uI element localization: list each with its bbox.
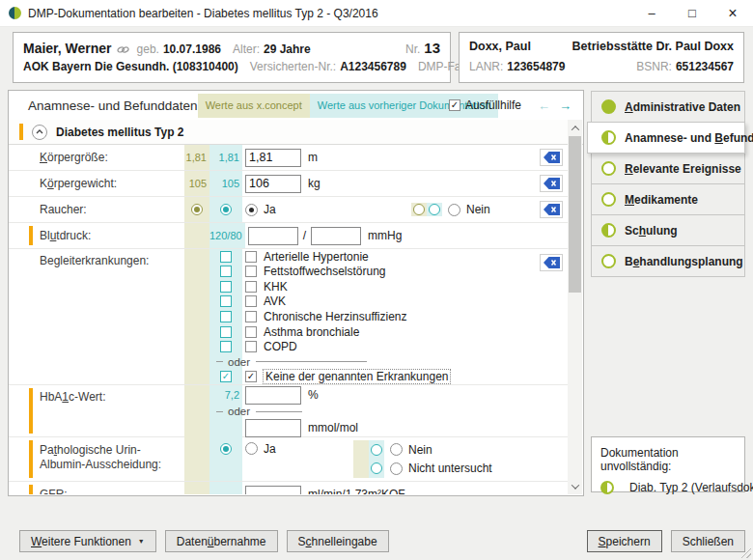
form-rows: Körpergröße: 1,81 1,81 m Körpergewicht: … bbox=[9, 145, 569, 494]
xconcept-radio-nein[interactable] bbox=[413, 204, 425, 215]
link-icon[interactable] bbox=[117, 43, 129, 57]
window-controls: – □ × bbox=[631, 0, 753, 26]
quick-entry-button[interactable]: Schnelleingabe bbox=[287, 530, 389, 552]
comorbidity-checkbox[interactable] bbox=[245, 326, 257, 338]
minimize-icon[interactable]: – bbox=[631, 0, 672, 26]
koerpergroesse-input[interactable] bbox=[245, 149, 301, 167]
nav-back-icon[interactable]: ← bbox=[538, 98, 550, 113]
lanr-value: 123654879 bbox=[507, 60, 565, 73]
comorbidity-checkbox[interactable] bbox=[245, 251, 257, 263]
none-checkbox-checked[interactable]: ✓ bbox=[245, 371, 257, 382]
comorbidity-checkbox[interactable] bbox=[245, 281, 257, 293]
insurer: AOK Bayern Die Gesundh. (108310400) bbox=[23, 60, 238, 73]
xconcept-value[interactable]: 1,81 bbox=[184, 145, 209, 170]
chevron-down-icon: ▼ bbox=[138, 538, 145, 545]
section-title: Diabetes mellitus Typ 2 bbox=[56, 126, 184, 139]
title-bar: DMP-Dokumentation bearbeiten - Diabetes … bbox=[0, 0, 753, 27]
field-label: HbA1c-Wert: bbox=[40, 391, 105, 404]
gfr-input[interactable] bbox=[245, 486, 301, 495]
koerpergewicht-input[interactable] bbox=[245, 175, 301, 193]
sidebar-item-medikamente[interactable]: Medikamente bbox=[591, 183, 745, 215]
close-button[interactable]: Schließen bbox=[671, 530, 745, 552]
sidebar-item-schulung[interactable]: Schulung bbox=[591, 214, 745, 246]
blutdruck-systolic-input[interactable] bbox=[248, 227, 298, 245]
raucher-ja-radio[interactable] bbox=[245, 204, 258, 216]
previous-value[interactable]: 120/80 bbox=[209, 223, 245, 248]
sidebar-item-behandlungsplanung[interactable]: Behandlungsplanung bbox=[591, 245, 745, 277]
clear-field-button[interactable] bbox=[540, 175, 563, 192]
nav-forward-icon[interactable]: → bbox=[559, 98, 572, 113]
previous-checkbox[interactable] bbox=[220, 311, 232, 322]
comorbidity-checkbox[interactable] bbox=[245, 341, 257, 352]
status-open-icon bbox=[601, 161, 616, 176]
previous-radio-nein[interactable] bbox=[429, 204, 440, 215]
urin-albumin-nicht-untersucht-radio[interactable] bbox=[390, 462, 403, 475]
raucher-nein-radio[interactable] bbox=[448, 204, 460, 216]
status-complete-icon bbox=[601, 99, 616, 114]
previous-radio-nicht-untersucht[interactable] bbox=[371, 462, 382, 474]
row-koerpergroesse: Körpergröße: 1,81 1,81 m bbox=[9, 145, 569, 171]
panel-header: Anamnese- und Befunddaten Werte aus x.co… bbox=[9, 91, 583, 120]
field-label: Pathologische Urin-Albumin-Ausscheidung: bbox=[40, 443, 184, 472]
scroll-up-icon[interactable] bbox=[568, 121, 582, 135]
previous-checkbox[interactable] bbox=[220, 281, 232, 293]
data-transfer-button[interactable]: Datenübernahme bbox=[165, 530, 278, 552]
previous-checkbox[interactable] bbox=[220, 341, 232, 352]
urin-albumin-ja-radio[interactable] bbox=[245, 442, 258, 455]
clear-field-button[interactable] bbox=[540, 254, 563, 271]
previous-checkbox[interactable] bbox=[220, 251, 232, 263]
xconcept-value[interactable]: 105 bbox=[184, 171, 209, 196]
comorbidity-label: Fettstoffwechselstörung bbox=[264, 265, 386, 278]
comorbidity-checkbox[interactable] bbox=[245, 311, 257, 322]
none-option-label: Keine der genannten Erkrankungen bbox=[264, 370, 450, 383]
mandatory-bar bbox=[19, 124, 23, 140]
scrollbar bbox=[568, 120, 582, 494]
lanr-label: LANR: bbox=[469, 60, 503, 73]
maximize-icon[interactable]: □ bbox=[672, 0, 712, 26]
previous-radio-ja[interactable] bbox=[220, 443, 232, 455]
xconcept-radio-ja[interactable] bbox=[191, 204, 203, 215]
page-title: Anamnese- und Befunddaten bbox=[28, 98, 198, 113]
previous-radio-nein[interactable] bbox=[371, 444, 382, 456]
previous-checkbox[interactable] bbox=[220, 266, 232, 277]
previous-checkbox-checked[interactable]: ✓ bbox=[220, 371, 232, 382]
raucher-nein-label: Nein bbox=[466, 203, 490, 216]
sidebar-item-relevante-ereignisse[interactable]: Relevante Ereignisse bbox=[591, 153, 745, 184]
physician-header-card: Doxx, Paul Betriebsstätte Dr. Paul Doxx … bbox=[459, 32, 744, 83]
scrollbar-thumb[interactable] bbox=[569, 136, 581, 293]
section-nav: Administrative Daten Anamnese- und Befun… bbox=[591, 92, 745, 277]
comorbidity-label: Chronische Herzinsuffizienz bbox=[264, 310, 407, 323]
row-hba1c: HbA1c-Wert: 7,2 % oder mmol/mol bbox=[9, 385, 569, 437]
sidebar-item-anamnese-befunddaten[interactable]: Anamnese- und Befunddaten bbox=[587, 122, 745, 154]
bsnr-label: BSNR: bbox=[636, 60, 672, 73]
age-label: Alter: bbox=[233, 42, 260, 56]
comorbidity-checkbox[interactable] bbox=[245, 266, 257, 277]
status-open-icon bbox=[601, 254, 616, 268]
hba1c-percent-input[interactable] bbox=[245, 386, 301, 405]
hba1c-mmol-input[interactable] bbox=[245, 419, 301, 437]
urin-albumin-nein-radio[interactable] bbox=[390, 443, 403, 456]
field-label: Begleiterkrankungen: bbox=[40, 255, 149, 267]
row-urin-albumin: Pathologische Urin-Albumin-Ausscheidung:… bbox=[9, 437, 569, 482]
birth-date: 10.07.1986 bbox=[163, 42, 221, 56]
clear-field-button[interactable] bbox=[540, 149, 563, 166]
clear-field-button[interactable] bbox=[540, 201, 563, 218]
previous-value[interactable]: 105 bbox=[209, 171, 242, 196]
previous-value[interactable]: 7,2 bbox=[209, 385, 242, 405]
collapse-section-button[interactable] bbox=[32, 125, 47, 140]
field-label: Blutdruck: bbox=[40, 230, 91, 242]
save-button[interactable]: Speichern bbox=[587, 530, 662, 552]
row-gfr: GFR: ml/min/1,73m²KOF bbox=[9, 482, 569, 494]
sidebar-item-administrative-daten[interactable]: Administrative Daten bbox=[591, 91, 745, 123]
blutdruck-diastolic-input[interactable] bbox=[311, 227, 361, 245]
previous-checkbox[interactable] bbox=[220, 326, 232, 338]
previous-checkbox[interactable] bbox=[220, 295, 232, 307]
previous-radio-ja[interactable] bbox=[220, 204, 232, 215]
patient-name: Maier, Werner bbox=[23, 41, 112, 56]
previous-value[interactable]: 1,81 bbox=[209, 145, 242, 170]
scroll-down-icon[interactable] bbox=[568, 479, 582, 493]
more-functions-button[interactable]: Weitere Funktionen▼ bbox=[19, 530, 156, 552]
fill-help-checkbox[interactable]: ✓ bbox=[449, 99, 460, 111]
close-icon[interactable]: × bbox=[712, 0, 753, 26]
comorbidity-checkbox[interactable] bbox=[245, 295, 257, 307]
